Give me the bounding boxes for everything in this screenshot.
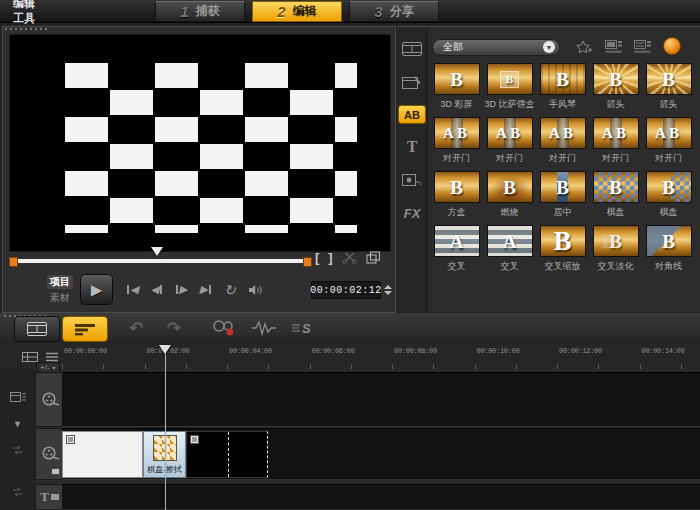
library-item[interactable]: B3D 彩屏	[430, 63, 483, 117]
record-capture-button[interactable]	[210, 316, 238, 340]
volume-icon[interactable]	[248, 283, 263, 297]
library-item[interactable]: B箭头	[589, 63, 642, 117]
menu-item[interactable]: 编辑	[0, 0, 48, 11]
library-item[interactable]: B箭头	[642, 63, 695, 117]
transition-label: 对角线	[655, 260, 682, 273]
clip-color-black[interactable]	[186, 431, 268, 478]
track-manager-label: +/-	[40, 363, 50, 372]
checker-cell	[155, 225, 198, 233]
transition-thumb: AB	[434, 117, 480, 149]
swap-track-icon[interactable]	[12, 445, 23, 455]
enlarge-preview-icon[interactable]	[366, 251, 381, 264]
favorite-star-icon[interactable]	[576, 40, 593, 55]
track-manager-button[interactable]: +/- ▾	[36, 362, 60, 373]
rail-graphic-icon[interactable]	[399, 170, 425, 190]
spin-down-icon[interactable]	[384, 291, 392, 295]
mode-clip[interactable]: 素材	[47, 291, 73, 305]
rail-title-icon[interactable]: T	[399, 137, 425, 157]
transition-label: 对开门	[602, 152, 629, 165]
scrub-track[interactable]	[11, 259, 309, 263]
step-tab-share[interactable]: 3分享	[349, 1, 439, 22]
sound-mixer-button[interactable]	[250, 316, 278, 340]
transition-clip[interactable]: 棋盘-擦拭	[143, 431, 186, 478]
video-track-header[interactable]	[35, 372, 64, 427]
go-end-icon[interactable]: ▶	[199, 283, 211, 297]
library-item[interactable]: B居中	[536, 171, 589, 225]
library-item[interactable]: B方盒	[430, 171, 483, 225]
transition-thumb: A	[434, 225, 480, 257]
storyboard-grid-icon[interactable]	[22, 351, 38, 363]
library-item[interactable]: B棋盘	[642, 171, 695, 225]
split-scissors-icon[interactable]	[342, 251, 357, 264]
library-item[interactable]: A交叉	[483, 225, 536, 279]
overlay-track-content[interactable]: 棋盘-擦拭	[62, 428, 700, 480]
trim-end-handle[interactable]	[303, 257, 312, 267]
timecode-spinner[interactable]	[384, 285, 392, 295]
menu-item[interactable]: 工具	[0, 11, 48, 26]
undo-button[interactable]: ↶	[122, 316, 150, 340]
library-item[interactable]: B对角线	[642, 225, 695, 279]
rail-transition-icon[interactable]: AB	[398, 105, 426, 124]
trim-start-handle[interactable]	[9, 257, 18, 267]
library-item[interactable]: B燃烧	[483, 171, 536, 225]
title-track-content[interactable]	[62, 484, 700, 510]
repeat-icon[interactable]: ↻	[224, 283, 236, 297]
next-frame-icon[interactable]: ▶	[175, 283, 187, 297]
storyboard-view-button[interactable]	[14, 316, 60, 342]
title-badge-icon	[51, 494, 59, 500]
checker-cell	[110, 90, 153, 115]
video-track-content[interactable]	[62, 372, 700, 427]
play-button[interactable]: ▶	[80, 274, 113, 305]
overlay-track-header[interactable]	[35, 428, 64, 480]
prev-frame-icon[interactable]: ◀	[150, 283, 162, 297]
spin-up-icon[interactable]	[384, 285, 392, 289]
timecode-display[interactable]: 00:00:02:12	[311, 281, 381, 299]
timeline-ruler[interactable]: 00:00:00:0000:00:02:0000:00:04:0000:00:0…	[0, 344, 700, 370]
step-tab-edit[interactable]: 2编辑	[252, 1, 342, 22]
mark-out-icon[interactable]: ]	[328, 251, 332, 264]
checker-cell	[335, 63, 357, 88]
thumb-letters: AB	[549, 126, 576, 141]
trim-bar[interactable]	[9, 254, 311, 268]
preview-frame	[9, 34, 391, 252]
title-track-header[interactable]: T	[35, 484, 64, 510]
library-item[interactable]: AB对开门	[642, 117, 695, 171]
track-list-icon[interactable]	[45, 351, 59, 363]
ruler-scale[interactable]: 00:00:00:0000:00:02:0000:00:04:0000:00:0…	[62, 344, 700, 369]
redo-button[interactable]: ↷	[160, 316, 188, 340]
library-item[interactable]: A交叉	[430, 225, 483, 279]
mode-project[interactable]: 项目	[47, 275, 73, 289]
auto-music-button[interactable]: S	[288, 316, 316, 340]
library-item[interactable]: AB对开门	[430, 117, 483, 171]
rail-instant-project-icon[interactable]	[399, 72, 425, 92]
nav-buttons: ◀◀▶▶↻	[126, 283, 263, 297]
list-view-icon[interactable]	[634, 40, 651, 54]
go-start-icon[interactable]: ◀	[126, 283, 138, 297]
timecode-control: 00:00:02:12	[311, 281, 392, 299]
rail-filter-icon[interactable]: FX	[399, 203, 425, 223]
library-item[interactable]: AB对开门	[483, 117, 536, 171]
timeline-view-button[interactable]	[62, 316, 108, 342]
library-item[interactable]: B手风琴	[536, 63, 589, 117]
library-item[interactable]: B交叉淡化	[589, 225, 642, 279]
video-track-row	[35, 372, 700, 427]
library-item[interactable]: B交叉缩放	[536, 225, 589, 279]
thumbnail-view-icon[interactable]	[605, 40, 622, 54]
step-tab-capture[interactable]: 1捕获	[155, 1, 245, 22]
swap-track-icon[interactable]	[12, 487, 23, 497]
library-item[interactable]: B3D 比萨饼盒	[483, 63, 536, 117]
transition-label: 对开门	[655, 152, 682, 165]
clip-color-white[interactable]	[62, 431, 143, 478]
chevron-down-icon[interactable]: ▼	[13, 417, 22, 429]
mark-in-icon[interactable]: [	[315, 251, 319, 264]
checker-cell	[245, 117, 288, 142]
rail-media-icon[interactable]	[399, 39, 425, 59]
options-orb-icon[interactable]	[663, 37, 681, 57]
library-item[interactable]: B棋盘	[589, 171, 642, 225]
gallery-filter-dropdown[interactable]: 全部 ▼	[432, 39, 560, 56]
library-item[interactable]: AB对开门	[589, 117, 642, 171]
visible-tracks-icon[interactable]	[10, 391, 26, 403]
library-item[interactable]: AB对开门	[536, 117, 589, 171]
transition-clip-label: 棋盘-擦拭	[144, 464, 185, 475]
scrubber-thumb[interactable]	[151, 247, 163, 256]
